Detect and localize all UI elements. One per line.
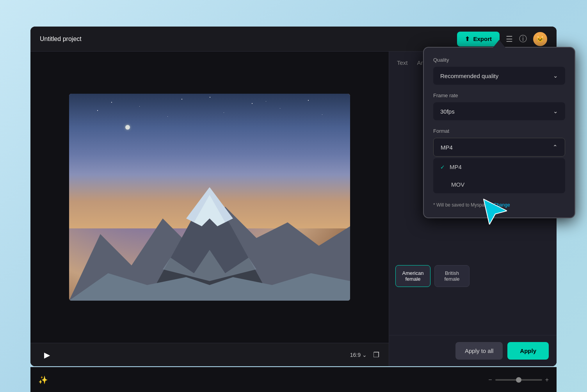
format-selector[interactable]: MP4 ⌃ [433,138,565,157]
play-button[interactable]: ▶ [40,348,54,362]
cursor-arrow [476,195,507,226]
format-dropdown: ✓ MP4 MOV [433,158,565,193]
ratio-chevron-icon: ⌄ [362,352,367,358]
bottom-action-bar: Apply to all Apply [389,335,557,366]
zoom-control: − + [488,376,549,383]
quality-chevron-icon: ⌄ [553,72,558,79]
timeline-bar: ✨ − + [30,367,557,392]
voice-cards-section: Americanfemale Britishfemale [395,265,550,287]
zoom-in-icon[interactable]: + [545,376,549,383]
video-controls-right: 16:9 ⌄ ❐ [350,351,379,359]
export-quality-dialog: Quality Recommended quality ⌄ Frame rate… [423,47,575,218]
menu-icon-button[interactable]: ☰ [506,34,513,44]
voice-card-british-female[interactable]: Britishfemale [434,265,470,287]
frame-rate-chevron-icon: ⌄ [553,108,558,115]
frame-rate-label: Frame rate [433,93,565,98]
fullscreen-button[interactable]: ❐ [373,351,379,359]
voice-cards-row: Americanfemale Britishfemale [395,265,550,287]
menu-icon: ☰ [506,34,513,44]
timeline-grid-icon[interactable]: ✨ [38,375,48,385]
export-icon: ⬆ [465,36,470,43]
voice-card-american-female[interactable]: Americanfemale [395,265,430,287]
mountain-background [69,94,350,301]
apply-to-all-button[interactable]: Apply to all [455,342,503,360]
zoom-out-icon[interactable]: − [488,376,492,383]
quality-section: Quality Recommended quality ⌄ [433,57,565,85]
svg-marker-7 [484,199,507,225]
format-option-mp4[interactable]: ✓ MP4 [433,158,565,176]
check-icon: ✓ [440,164,445,170]
video-area: ▶ 16:9 ⌄ ❐ [30,52,389,366]
tab-text[interactable]: Text [397,59,408,71]
format-section: Format MP4 ⌃ ✓ MP4 MOV [433,128,565,193]
format-option-mov[interactable]: MOV [433,176,565,193]
aspect-ratio-selector[interactable]: 16:9 ⌄ [350,352,367,358]
zoom-slider[interactable] [495,379,542,381]
video-container [30,52,389,343]
project-title: Untitled project [40,36,82,43]
apply-button[interactable]: Apply [507,342,549,360]
quality-label: Quality [433,57,565,63]
quality-selector[interactable]: Recommended quality ⌄ [433,67,565,85]
video-canvas [69,94,350,301]
frame-rate-section: Frame rate 30fps ⌄ [433,93,565,120]
help-icon: ⓘ [519,34,527,44]
cursor-arrow-svg [476,195,507,225]
help-icon-button[interactable]: ⓘ [519,34,527,44]
frame-rate-selector[interactable]: 30fps ⌄ [433,102,565,120]
video-controls: ▶ 16:9 ⌄ ❐ [30,343,389,366]
mountain-svg [69,156,350,301]
dialog-arrow [493,40,505,48]
format-label: Format [433,128,565,134]
format-chevron-up-icon: ⌃ [553,144,558,151]
avatar[interactable]: 🐱 [533,32,547,46]
zoom-thumb [516,377,521,383]
